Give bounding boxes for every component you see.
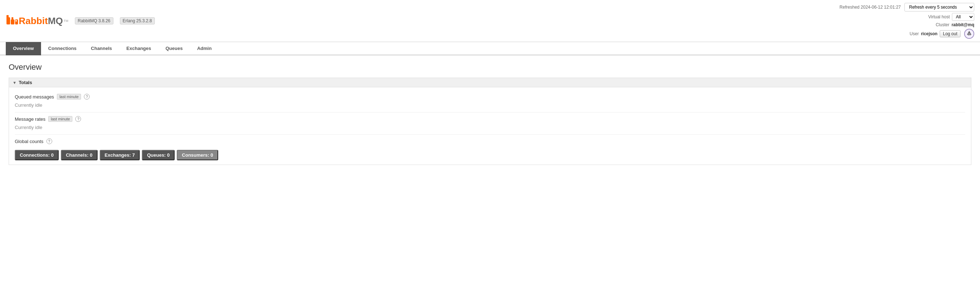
queued-messages-row: Queued messages last minute ?	[15, 92, 965, 102]
vhost-row: Virtual host All	[928, 13, 974, 21]
svg-point-9	[969, 33, 970, 35]
divider-1	[15, 112, 965, 112]
message-rates-label: Message rates	[15, 116, 45, 122]
message-rates-badge[interactable]: last minute	[48, 116, 72, 122]
exchanges-count-badge[interactable]: Exchanges: 7	[100, 150, 140, 160]
main-content: Overview ▼ Totals Queued messages last m…	[0, 55, 980, 172]
header: RabbitMQTM RabbitMQ 3.8.26 Erlang 25.3.2…	[0, 0, 980, 42]
nav-tab-admin[interactable]: Admin	[190, 42, 218, 55]
logo-mq-text: MQ	[48, 16, 63, 27]
refresh-interval-select[interactable]: Refresh every 5 seconds Refresh every 10…	[904, 3, 974, 11]
logout-button[interactable]: Log out	[940, 30, 961, 37]
rabbitmq-logo-icon	[6, 14, 19, 27]
refreshed-timestamp: Refreshed 2024-06-12 12:01:27	[840, 5, 901, 10]
channels-count-value: 0	[90, 152, 92, 158]
header-right: Refreshed 2024-06-12 12:01:27 Refresh ev…	[840, 3, 974, 39]
queued-messages-help-icon[interactable]: ?	[84, 94, 90, 100]
message-rates-help-icon[interactable]: ?	[75, 116, 81, 122]
totals-section-title: Totals	[19, 80, 32, 85]
main-nav: Overview Connections Channels Exchanges …	[0, 42, 980, 55]
nav-tab-overview[interactable]: Overview	[6, 42, 41, 55]
totals-section: ▼ Totals Queued messages last minute ? C…	[9, 78, 971, 165]
totals-section-header[interactable]: ▼ Totals	[9, 78, 971, 87]
global-counts-label: Global counts	[15, 139, 44, 144]
queued-messages-badge[interactable]: last minute	[57, 94, 81, 100]
global-counts-row: Global counts ?	[15, 136, 965, 146]
logo-area: RabbitMQTM RabbitMQ 3.8.26 Erlang 25.3.2…	[6, 14, 155, 27]
totals-collapse-arrow: ▼	[13, 81, 17, 85]
exchanges-count-value: 7	[132, 152, 135, 158]
nav-tab-connections[interactable]: Connections	[41, 42, 84, 55]
totals-section-body: Queued messages last minute ? Currently …	[9, 87, 971, 165]
connections-count-value: 0	[51, 152, 54, 158]
queued-messages-label: Queued messages	[15, 94, 54, 100]
cluster-row: Cluster rabbit@mq	[936, 22, 974, 27]
avatar-icon	[966, 30, 972, 37]
cluster-label: Cluster	[936, 22, 950, 27]
logo: RabbitMQTM	[6, 14, 68, 27]
queued-messages-idle: Currently idle	[15, 102, 965, 111]
queues-count-badge[interactable]: Queues: 0	[142, 150, 175, 160]
message-rates-idle: Currently idle	[15, 124, 965, 133]
cluster-name: rabbit@mq	[951, 22, 974, 27]
svg-rect-2	[6, 15, 9, 18]
user-name: ricejson	[921, 31, 937, 36]
divider-2	[15, 135, 965, 135]
consumers-count-value: 0	[211, 152, 213, 158]
virtual-host-select[interactable]: All	[952, 13, 974, 21]
logo-tm-text: TM	[64, 19, 68, 23]
message-rates-row: Message rates last minute ?	[15, 114, 965, 124]
channels-count-badge[interactable]: Channels: 0	[61, 150, 97, 160]
nav-tab-channels[interactable]: Channels	[84, 42, 119, 55]
user-avatar	[964, 29, 974, 39]
queues-count-value: 0	[167, 152, 170, 158]
user-label: User	[910, 31, 919, 36]
count-badges-row: Connections: 0 Channels: 0 Exchanges: 7 …	[15, 150, 965, 160]
erlang-version-badge: Erlang 25.3.2.8	[120, 17, 155, 24]
connections-count-badge[interactable]: Connections: 0	[15, 150, 59, 160]
logo-rabbit-text: Rabbit	[19, 16, 48, 27]
refresh-row: Refreshed 2024-06-12 12:01:27 Refresh ev…	[840, 3, 974, 11]
svg-rect-3	[11, 17, 13, 19]
svg-point-5	[16, 20, 17, 22]
global-counts-help-icon[interactable]: ?	[46, 138, 52, 144]
svg-rect-1	[11, 19, 14, 24]
consumers-count-badge: Consumers: 0	[177, 150, 218, 160]
user-row: User ricejson Log out	[910, 29, 974, 39]
svg-rect-4	[15, 19, 18, 24]
virtual-host-label: Virtual host	[928, 14, 950, 19]
rabbitmq-version-badge: RabbitMQ 3.8.26	[75, 17, 113, 24]
nav-tab-queues[interactable]: Queues	[158, 42, 190, 55]
svg-rect-0	[6, 17, 10, 24]
page-title: Overview	[9, 63, 971, 72]
nav-tab-exchanges[interactable]: Exchanges	[119, 42, 158, 55]
